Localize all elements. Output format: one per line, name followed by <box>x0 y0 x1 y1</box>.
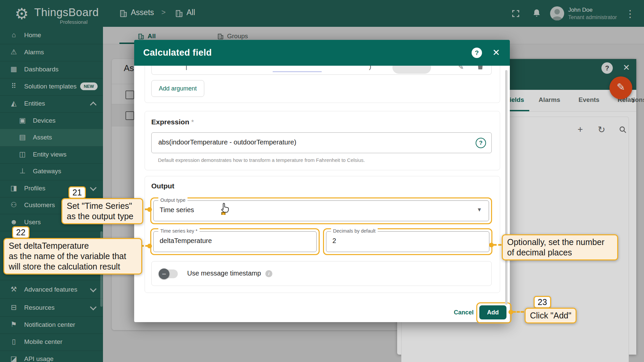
decimals-note-dot <box>489 243 494 247</box>
expression-section: Expression * abs(indoorTemperature - out… <box>145 111 500 170</box>
use-message-timestamp-row: – Use message timestamp i <box>151 261 492 286</box>
expression-help-icon[interactable]: ? <box>476 138 486 148</box>
dialog-help-icon[interactable]: ? <box>472 48 482 58</box>
callout-21-dot <box>147 207 152 212</box>
callout-21: Set "Time Series" as the output type <box>61 198 143 224</box>
decimals-value: 2 <box>332 237 336 245</box>
add-argument-button[interactable]: Add argument <box>151 80 204 97</box>
arguments-section: | ) ✎ Add argument <box>145 66 500 103</box>
add-button[interactable]: Add <box>479 305 506 319</box>
decimals-input[interactable]: Decimals by default 2 <box>326 231 489 252</box>
output-type-highlight: Output type Time series ▼ <box>150 197 492 224</box>
decimals-highlight: Decimals by default 2 <box>323 228 492 255</box>
mouse-cursor-icon <box>219 201 231 215</box>
screen: ⚙ ThingsBoard Professional Assets > All … <box>0 0 644 362</box>
cancel-button[interactable]: Cancel <box>448 305 480 319</box>
time-series-key-value: deltaTemperature <box>160 237 212 245</box>
callout-badge-22: 22 <box>12 226 30 239</box>
callout-22-dot <box>147 244 152 248</box>
dialog-title: Calculated field <box>143 48 212 58</box>
toggle-knob: – <box>159 268 169 279</box>
dropdown-arrow-icon: ▼ <box>477 207 482 213</box>
argument-chip-fragment <box>392 66 431 74</box>
expression-input[interactable]: abs(indoorTemperature - outdoorTemperatu… <box>151 132 492 153</box>
output-type-value: Time series <box>160 206 194 214</box>
decimals-note-connector <box>493 244 501 246</box>
callout-23-dot <box>508 310 513 314</box>
callout-23: Click "Add" <box>525 308 577 323</box>
argument-field-underline <box>273 71 322 72</box>
time-series-key-input[interactable]: Time series key * deltaTemperature <box>153 231 317 252</box>
dialog-close-icon[interactable]: ✕ <box>492 47 500 58</box>
expression-value: abs(indoorTemperature - outdoorTemperatu… <box>158 138 296 146</box>
decimals-label: Decimals by default <box>331 228 378 234</box>
time-series-key-label: Time series key * <box>158 228 200 234</box>
argument-row-clipped: | ) ✎ <box>151 66 492 75</box>
output-section: Output Output type Time series ▼ Time se… <box>145 176 500 293</box>
time-series-key-highlight: Time series key * deltaTemperature <box>150 228 320 255</box>
output-type-label: Output type <box>158 197 187 203</box>
callout-decimals-note: Optionally, set the number of decimal pl… <box>502 234 618 260</box>
argument-text-fragment: ) <box>369 66 371 70</box>
delete-trash-icon[interactable] <box>477 66 483 70</box>
edit-pencil-icon[interactable]: ✎ <box>458 66 464 71</box>
callout-23-connector <box>513 311 524 313</box>
calculated-field-dialog: Calculated field ? ✕ | ) ✎ Add argument … <box>134 40 510 322</box>
argument-text-fragment: | <box>185 66 187 70</box>
dialog-scrollbar[interactable] <box>505 70 507 305</box>
callout-badge-23: 23 <box>534 296 551 308</box>
use-message-timestamp-toggle[interactable]: – <box>160 269 178 278</box>
output-heading: Output <box>151 182 174 190</box>
expression-helper-text: Default expression demonstrates how to t… <box>158 157 365 163</box>
info-icon[interactable]: i <box>265 270 272 277</box>
expression-heading: Expression * <box>151 118 194 126</box>
output-type-select[interactable]: Output type Time series ▼ <box>153 200 489 221</box>
use-message-timestamp-label: Use message timestamp <box>187 269 261 277</box>
callout-badge-21: 21 <box>68 186 86 199</box>
callout-22: Set deltaTemperature as the name of the … <box>3 238 142 275</box>
